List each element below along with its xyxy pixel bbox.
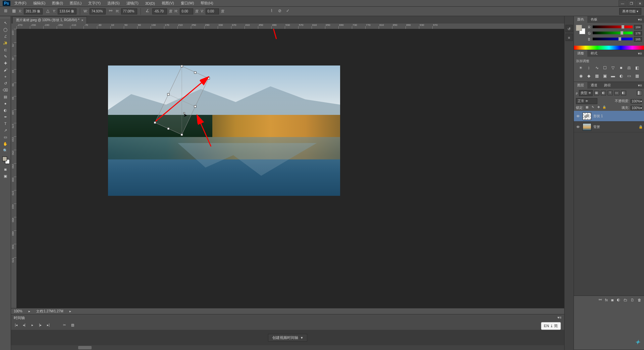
r-slider[interactable] [593,26,633,29]
curves-icon[interactable]: ∿ [594,65,600,72]
new-group-icon[interactable]: 🗀 [624,298,627,302]
w-input[interactable] [90,8,106,14]
g-slider[interactable] [593,32,633,35]
add-mask-icon[interactable]: ◙ [611,298,613,302]
layer-style-icon[interactable]: fx [605,298,608,302]
vibrance-icon[interactable]: ▽ [610,65,616,72]
fill-input[interactable]: 100%▾ [631,106,642,110]
h-input[interactable] [121,8,137,14]
exposure-icon[interactable]: ☐ [602,65,608,72]
status-menu-icon[interactable]: ▸ [69,309,71,313]
lock-pixels-icon[interactable]: ✎ [591,105,595,110]
vertical-ruler[interactable]: -110-70-30105090130170210250290330370410… [11,29,16,308]
zoom-tool[interactable]: 🔍 [1,147,10,154]
magic-wand-tool[interactable]: ✨ [1,40,10,46]
lock-transparency-icon[interactable]: ▦ [585,105,590,110]
play-button[interactable]: ▸ [30,323,35,328]
color-fg-bg-swatch[interactable] [576,25,585,34]
lock-position-icon[interactable]: ✥ [596,105,601,110]
timeline-menu-icon[interactable]: ▾≡ [557,315,561,320]
canvas[interactable]: ➤ [108,65,340,196]
menu-view[interactable]: 视图(V) [159,0,177,6]
color-balance-icon[interactable]: ⚖ [626,65,632,72]
delta-icon[interactable]: △ [45,8,51,14]
link-layers-icon[interactable]: ⚯ [599,298,602,302]
color-lookup-icon[interactable]: ▦ [594,74,600,80]
commit-transform-icon[interactable]: ✓ [285,8,291,14]
tab-styles[interactable]: 样式 [587,50,601,57]
menu-3d[interactable]: 3D(D) [143,1,158,6]
color-panel-menu-icon[interactable]: ▾≡ [636,17,644,22]
black-white-icon[interactable]: ◧ [634,65,640,72]
canvas-viewport[interactable]: ➤ [16,29,564,308]
layers-panel-menu-icon[interactable]: ▾≡ [636,83,644,88]
menu-window[interactable]: 窗口(W) [178,0,197,6]
opacity-input[interactable]: 100%▾ [631,99,642,103]
status-arrow-icon[interactable]: ▸ [29,309,30,313]
menu-select[interactable]: 选择(S) [105,0,122,6]
tab-paths[interactable]: 路径 [601,82,614,89]
lock-all-icon[interactable]: 🔒 [602,105,607,110]
brush-tool[interactable]: 🖌 [1,67,10,73]
link-wh-icon[interactable]: ⚯ [108,8,114,14]
tab-layers[interactable]: 图层 [574,82,587,89]
create-video-timeline-button[interactable]: 创建视频时间轴▾ [268,334,307,342]
hue-ramp[interactable] [574,46,644,50]
document-tab-close-icon[interactable]: × [82,18,84,22]
workspace-switcher[interactable]: 基本功能 ▾ [619,8,641,15]
transform-tool-icon[interactable]: ⊞ [3,8,9,14]
filter-smart-icon[interactable]: ◧ [621,91,626,95]
pen-tool[interactable]: ✒ [1,114,10,120]
shape-tool[interactable]: ▭ [1,134,10,140]
layer-name[interactable]: 背景 [593,125,600,129]
x-input[interactable] [24,8,43,14]
tab-swatches[interactable]: 色板 [587,16,601,23]
eraser-tool[interactable]: ⌫ [1,87,10,93]
r-value[interactable]: 184 [634,25,642,30]
minimize-button[interactable]: — [619,0,627,6]
layer-thumbnail[interactable] [583,123,591,131]
delete-layer-icon[interactable]: 🗑 [638,298,641,302]
screen-mode-toggle[interactable]: ▣ [1,173,10,179]
v-skew-input[interactable] [206,8,219,14]
filter-pixel-icon[interactable]: ▦ [594,91,599,95]
horizontal-ruler[interactable]: -270-230-190-150-110-70-3010509013017021… [16,24,564,29]
dodge-tool[interactable]: ◐ [1,107,10,114]
layer-filter-type[interactable]: 类型 ≑ [579,90,593,96]
levels-icon[interactable]: ⟊ [586,65,592,72]
doc-info[interactable]: 文档:1.27M/1.27M [36,309,63,314]
filter-adjustment-icon[interactable]: ◐ [601,91,606,95]
y-input[interactable] [58,8,76,14]
invert-icon[interactable]: ▣ [602,74,608,80]
hand-tool[interactable]: ✋ [1,140,10,147]
move-tool[interactable]: ↖ [1,19,10,26]
maximize-button[interactable]: ❐ [627,0,635,6]
transition-icon[interactable]: ▧ [70,323,75,328]
filter-toggle[interactable]: ▌ [637,91,642,95]
timeline-title[interactable]: 时间轴 [14,315,25,320]
zoom-level[interactable]: 100% [14,309,22,313]
layer-name[interactable]: 形状 1 [593,114,603,119]
prev-frame-button[interactable]: ◂| [22,323,26,328]
adjustments-panel-menu-icon[interactable]: ▾≡ [636,51,644,56]
lasso-tool[interactable]: 𝓛 [1,33,10,40]
new-adjustment-layer-icon[interactable]: ◐ [617,298,620,302]
menu-edit[interactable]: 编辑(E) [31,0,48,6]
b-slider[interactable] [593,38,633,41]
gradient-map-icon[interactable]: ▭ [626,74,632,80]
menu-file[interactable]: 文件(F) [12,0,29,6]
path-selection-tool[interactable]: ↗ [1,127,10,134]
reference-point-icon[interactable]: ▦ [11,8,17,14]
blend-mode-dropdown[interactable]: 正常 ≑ [576,98,597,104]
history-brush-tool[interactable]: ↺ [1,80,10,87]
selective-color-icon[interactable]: ▦ [634,74,640,80]
marquee-tool[interactable]: ◯ [1,26,10,33]
h-skew-input[interactable] [180,8,193,14]
scissors-icon[interactable]: ✂ [62,323,67,328]
menu-type[interactable]: 文字(Y) [86,0,103,6]
g-value[interactable]: 178 [634,31,642,36]
eyedropper-tool[interactable]: ✎ [1,53,10,60]
tools-grip[interactable] [0,17,10,19]
next-frame-button[interactable]: |▸ [38,323,43,328]
menu-help[interactable]: 帮助(H) [198,0,216,6]
